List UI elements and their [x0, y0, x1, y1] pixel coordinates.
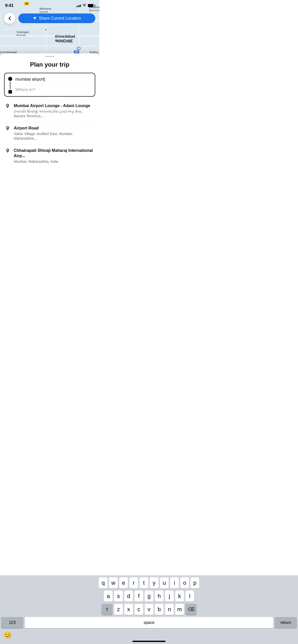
map-dot-viramgam: [45, 28, 47, 31]
panel-title: Plan your trip: [0, 61, 99, 68]
pin-icon-0: [5, 104, 10, 109]
route-icon: [8, 76, 12, 94]
back-button[interactable]: [4, 13, 15, 24]
svg-point-0: [7, 105, 8, 106]
search-inputs: mumbai airport Where to?: [15, 76, 91, 93]
status-time: 9:41: [5, 3, 13, 8]
suggestion-name-0: Mumbai Airport Lounge - Adani Lounge: [14, 103, 94, 109]
route-origin-dot: [8, 77, 12, 81]
map-label-viramgam: Viramgamવિરમગામ: [17, 31, 29, 37]
suggestion-addr-2: Mumbai, Maharashtra, India: [14, 159, 94, 164]
bottom-panel: Plan your trip mumbai airport Where to? …: [0, 53, 99, 215]
status-bar: 9:41: [0, 0, 99, 11]
share-location-button[interactable]: Share Current Location: [18, 13, 95, 23]
suggestions-list: Mumbai Airport Lounge - Adani Lounge છત્…: [0, 100, 99, 167]
pin-icon-1: [5, 126, 10, 131]
suggestion-addr-0: છત્રપતિ શિવાજી અંતરરાષ્ટ્રીય હવાઈઅડ્ડા ક…: [14, 109, 94, 118]
suggestion-item-0[interactable]: Mumbai Airport Lounge - Adani Lounge છત્…: [0, 100, 99, 122]
suggestion-item-1[interactable]: Airport Road Sahar Village, Andheri East…: [0, 122, 99, 144]
search-box: mumbai airport Where to?: [4, 73, 95, 97]
svg-point-1: [7, 127, 8, 128]
suggestion-text-1: Airport Road Sahar Village, Andheri East…: [14, 126, 94, 141]
suggestion-text-2: Chhatrapati Shivaji Maharaj Internationa…: [14, 148, 94, 164]
wifi-icon: [82, 4, 86, 8]
text-cursor: [44, 77, 45, 82]
from-input[interactable]: mumbai airport: [15, 76, 91, 85]
battery-icon: [88, 4, 94, 7]
route-destination-square: [8, 90, 12, 94]
drag-handle: [45, 56, 54, 57]
suggestion-text-0: Mumbai Airport Lounge - Adani Lounge છત્…: [14, 103, 94, 118]
map-label-ahmedabad: Ahmedabadઅમદાવાદ: [55, 34, 75, 44]
share-location-label: Share Current Location: [39, 16, 81, 21]
status-icons: [76, 4, 94, 8]
location-arrow-icon: [33, 16, 37, 20]
map-circle-center: [77, 47, 80, 50]
suggestion-name-1: Airport Road: [14, 126, 94, 131]
pin-icon-2: [5, 149, 10, 154]
suggestion-item-2[interactable]: Chhatrapati Shivaji Maharaj Internationa…: [0, 144, 99, 167]
svg-point-2: [7, 150, 8, 151]
route-connecting-line: [10, 82, 10, 89]
suggestion-addr-1: Sahar Village, Andheri East, Mumbai, Mah…: [14, 131, 94, 141]
to-input[interactable]: Where to?: [15, 85, 91, 93]
signal-icon: [76, 4, 81, 7]
suggestion-name-2: Chhatrapati Shivaji Maharaj Internationa…: [14, 148, 94, 159]
